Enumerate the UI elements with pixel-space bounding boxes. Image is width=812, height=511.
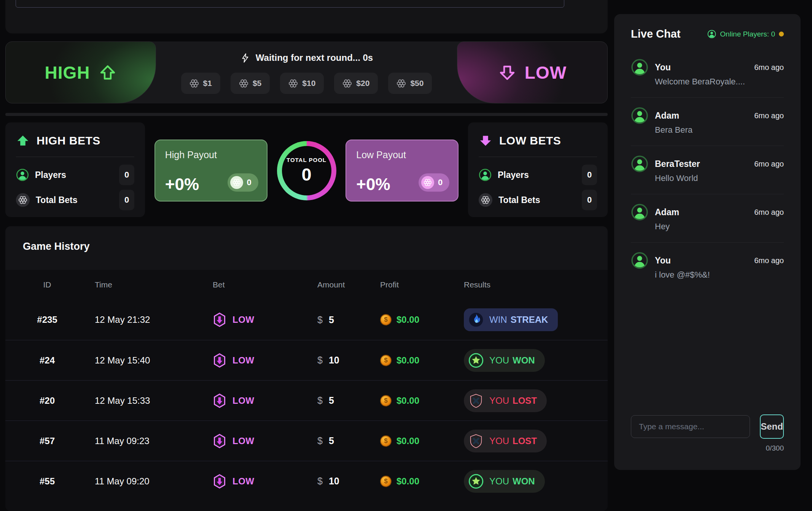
bera-royale-page: { "colors": { "green_accent": "#4ade80",…	[0, 0, 812, 511]
low-payout-pool: 0	[438, 178, 443, 187]
chip-10-button[interactable]: $10	[280, 73, 324, 94]
dollar-icon: $	[317, 355, 323, 366]
row-amount: $ 10	[302, 476, 365, 487]
row-bet: LOW	[197, 312, 302, 327]
players-stat: Players 0	[16, 165, 134, 185]
high-bets-title: HIGH BETS	[37, 134, 100, 147]
total-pool-ring: TOTAL POOL 0	[277, 141, 336, 200]
row-bet: LOW	[197, 353, 302, 368]
divider	[16, 157, 134, 157]
chat-message: Adam 6mo ago Hey	[631, 194, 784, 242]
chip-label: $50	[410, 79, 424, 88]
online-players-label: Online Players: 0	[720, 30, 775, 38]
flame-icon	[468, 312, 484, 327]
avatar	[631, 107, 648, 124]
table-header: ID Time Bet Amount Profit Results	[5, 270, 608, 300]
high-payout-pill: 0	[228, 173, 258, 192]
honeycomb-icon	[288, 79, 298, 88]
main-column: HIGH Waiting for next round... 0s $1 $5	[5, 0, 608, 511]
row-id: #57	[15, 436, 80, 446]
row-results: YOUWON	[449, 349, 608, 372]
low-bets-panel: LOW BETS Players 0 Total Bets 0	[468, 122, 608, 217]
live-chat-panel: Live Chat Online Players: 0 You 6mo ago …	[614, 14, 801, 470]
shield-x-icon	[468, 433, 484, 449]
bet-action-row: HIGH Waiting for next round... 0s $1 $5	[5, 41, 608, 103]
chat-message: BeraTester 6mo ago Hello World	[631, 146, 784, 194]
row-id: #235	[15, 314, 80, 325]
players-label: Players	[498, 170, 582, 180]
round-status-text: Waiting for next round... 0s	[256, 52, 373, 63]
honeycomb-icon	[230, 176, 243, 189]
message-author: Adam	[655, 203, 754, 221]
chat-message: Adam 6mo ago Bera Bera	[631, 97, 784, 146]
row-bet: LOW	[197, 474, 302, 489]
dollar-icon: $	[317, 395, 323, 406]
chip-5-button[interactable]: $5	[231, 73, 270, 94]
row-profit: $ $0.00	[365, 476, 449, 487]
avatar	[631, 155, 648, 173]
low-payout-pill: 0	[419, 173, 449, 192]
high-button[interactable]: HIGH	[5, 41, 156, 103]
total-bets-count: 0	[582, 190, 597, 210]
total-bets-label: Total Bets	[498, 195, 582, 205]
row-results: YOUWON	[449, 470, 608, 493]
coin-icon: $	[380, 435, 392, 447]
chat-input-row: Send	[614, 414, 801, 439]
chat-message-list: You 6mo ago Welcome BeraRoyale.... Adam …	[614, 44, 801, 414]
chip-50-button[interactable]: $50	[388, 73, 432, 94]
coin-icon: $	[380, 355, 392, 366]
col-id: ID	[15, 280, 80, 289]
row-amount: $ 5	[302, 435, 365, 446]
row-bet: LOW	[197, 433, 302, 449]
row-profit: $ $0.00	[365, 435, 449, 447]
chip-20-button[interactable]: $20	[334, 73, 378, 94]
chip-label: $10	[302, 79, 315, 88]
win-streak-badge: WINSTREAK	[464, 308, 558, 331]
low-button[interactable]: LOW	[457, 41, 608, 103]
round-progress-track	[5, 113, 608, 116]
game-history-panel: Game History ID Time Bet Amount Profit R…	[5, 226, 608, 511]
send-button[interactable]: Send	[760, 414, 784, 439]
honeycomb-icon	[239, 79, 248, 88]
hexagon-down-icon	[213, 353, 226, 368]
chat-message-input[interactable]	[631, 415, 750, 438]
you-lost-badge: YOULOST	[464, 430, 547, 452]
hexagon-down-icon	[213, 433, 226, 449]
players-stat: Players 0	[479, 165, 597, 185]
high-payout-value: +0%	[165, 175, 199, 194]
you-lost-badge: YOULOST	[464, 389, 547, 412]
col-results: Results	[449, 280, 608, 289]
table-row: #55 11 May 09:20 LOW $ 10 $ $0.00	[5, 461, 608, 501]
game-history-title: Game History	[5, 226, 608, 252]
row-time: 12 May 21:32	[80, 314, 197, 325]
message-time: 6mo ago	[754, 203, 784, 221]
top-panel	[5, 0, 608, 33]
row-amount: $ 5	[302, 395, 365, 406]
players-count: 0	[582, 165, 597, 185]
chat-message: You 6mo ago Welcome BeraRoyale....	[631, 49, 784, 97]
message-author: BeraTester	[655, 155, 754, 173]
total-bets-count: 0	[119, 190, 134, 210]
player-icon	[479, 168, 492, 181]
low-payout-value: +0%	[356, 175, 390, 194]
dollar-icon: $	[317, 476, 323, 487]
row-bet: LOW	[197, 393, 302, 408]
star-icon	[468, 474, 484, 489]
message-author: Adam	[655, 107, 754, 124]
row-id: #20	[15, 395, 80, 406]
honeycomb-icon	[189, 79, 199, 88]
honeycomb-icon	[16, 193, 30, 207]
low-payout-card: Low Payout +0% 0	[345, 140, 459, 202]
row-amount: $ 5	[302, 314, 365, 325]
row-results: WINSTREAK	[449, 308, 608, 331]
high-button-label: HIGH	[45, 62, 90, 83]
high-bets-panel: HIGH BETS Players 0 Total Bets 0	[5, 122, 145, 217]
round-status-area: Waiting for next round... 0s $1 $5 $10	[156, 41, 457, 103]
chip-1-button[interactable]: $1	[181, 73, 220, 94]
char-counter: 0/300	[614, 439, 801, 470]
you-won-badge: YOUWON	[464, 349, 545, 372]
chip-selector: $1 $5 $10 $20 $50	[181, 73, 432, 94]
player-icon	[16, 168, 29, 181]
players-label: Players	[35, 170, 119, 180]
message-text: Bera Bera	[655, 125, 784, 135]
